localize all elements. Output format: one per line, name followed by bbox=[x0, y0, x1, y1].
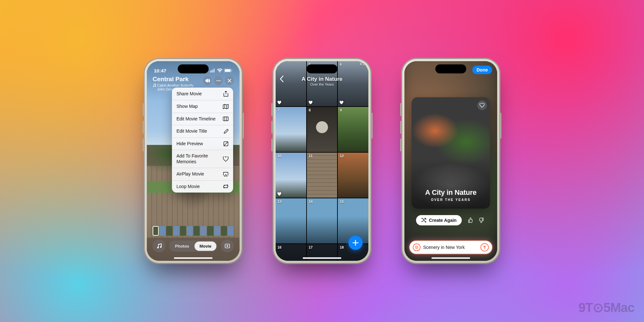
done-button[interactable]: Done bbox=[472, 66, 492, 74]
menu-add-favorite[interactable]: Add To Favorite Memories bbox=[172, 150, 233, 168]
cellular-icon bbox=[210, 69, 215, 72]
svg-point-3 bbox=[216, 80, 217, 81]
timeline-thumb[interactable] bbox=[207, 226, 213, 236]
timeline-thumb[interactable] bbox=[159, 226, 166, 236]
timeline-thumb[interactable] bbox=[214, 226, 220, 236]
photo-index: 18 bbox=[340, 245, 344, 249]
thumbs-down-icon bbox=[478, 217, 484, 223]
plus-icon bbox=[352, 239, 359, 246]
submit-button[interactable] bbox=[480, 243, 489, 251]
photo-index: 11 bbox=[309, 154, 313, 158]
battery-icon bbox=[224, 69, 232, 72]
home-indicator[interactable] bbox=[174, 257, 213, 259]
svg-rect-2 bbox=[232, 70, 232, 71]
share-button[interactable] bbox=[221, 240, 234, 252]
now-playing-song[interactable]: Catch Another Butterfly bbox=[153, 83, 203, 87]
mute-button[interactable] bbox=[203, 76, 212, 85]
timeline-thumb[interactable] bbox=[221, 226, 227, 236]
add-photos-button[interactable] bbox=[348, 236, 363, 250]
photo-cell[interactable]: 12 bbox=[338, 153, 368, 198]
memory-context-menu: Share Movie Show Map Edit Movie Timeline… bbox=[172, 88, 233, 193]
chevron-left-icon bbox=[279, 75, 284, 82]
screen: Done A City in Nature OVER THE YEARS Cre… bbox=[404, 61, 497, 261]
ellipsis-icon bbox=[216, 78, 221, 83]
close-button[interactable] bbox=[225, 76, 234, 85]
timeline-thumb[interactable] bbox=[166, 226, 172, 236]
memory-card-subtitle: OVER THE YEARS bbox=[412, 198, 490, 202]
photo-cell[interactable]: 60:16 bbox=[338, 61, 368, 106]
menu-edit-timeline[interactable]: Edit Movie Timeline bbox=[172, 113, 233, 126]
segment-movie[interactable]: Movie bbox=[194, 242, 217, 251]
phone-create-memory: Done A City in Nature OVER THE YEARS Cre… bbox=[401, 58, 500, 264]
phone-memory-movie: 10:47 Central Park Catch Another Butterf… bbox=[144, 58, 243, 264]
photo-cell[interactable]: 8 bbox=[307, 107, 337, 152]
photo-index: 9 bbox=[340, 108, 342, 112]
photo-cell[interactable]: 10 bbox=[276, 153, 306, 198]
timeline-thumb[interactable] bbox=[153, 226, 159, 236]
home-indicator[interactable] bbox=[431, 257, 470, 259]
speaker-icon bbox=[205, 78, 210, 83]
feedback-buttons bbox=[466, 216, 486, 224]
svg-point-10 bbox=[416, 247, 417, 248]
thumbs-up-icon bbox=[468, 217, 473, 223]
photo-grid[interactable]: 4560:16789101112131415161718 bbox=[276, 61, 368, 261]
photo-cell[interactable]: 13 bbox=[276, 198, 306, 243]
memory-timeline[interactable] bbox=[153, 226, 234, 236]
memory-preview-card[interactable]: A City in Nature OVER THE YEARS bbox=[412, 97, 490, 209]
photo-cell[interactable]: 4 bbox=[276, 61, 306, 106]
svg-point-4 bbox=[218, 80, 219, 81]
share-icon bbox=[223, 91, 229, 97]
timeline-thumb[interactable] bbox=[194, 226, 200, 236]
photo-cell[interactable]: 11 bbox=[307, 153, 337, 198]
thumbs-up-button[interactable] bbox=[466, 216, 475, 224]
photo-index: 4 bbox=[278, 62, 279, 66]
back-button[interactable] bbox=[279, 75, 284, 82]
menu-hide-preview[interactable]: Hide Preview bbox=[172, 138, 233, 150]
heart-filled-icon bbox=[277, 101, 281, 105]
watermark: 9T⊙5Mac bbox=[578, 300, 634, 315]
photo-index: 16 bbox=[278, 245, 281, 249]
photo-cell[interactable]: 7 bbox=[276, 107, 306, 152]
photo-index: 10 bbox=[278, 154, 281, 158]
timeline-thumb[interactable] bbox=[180, 226, 186, 236]
favorite-badge bbox=[308, 101, 313, 105]
create-again-button[interactable]: Create Again bbox=[416, 215, 462, 225]
timeline-thumb[interactable] bbox=[228, 226, 234, 236]
timeline-thumb[interactable] bbox=[187, 226, 193, 236]
menu-share-movie[interactable]: Share Movie bbox=[172, 88, 233, 100]
close-icon bbox=[227, 79, 232, 83]
photo-cell[interactable]: 9 bbox=[338, 107, 368, 152]
heart-filled-icon bbox=[308, 101, 313, 105]
photo-cell[interactable]: 14 bbox=[307, 198, 337, 243]
hide-icon bbox=[223, 141, 229, 147]
photo-cell[interactable]: 16 bbox=[276, 244, 306, 261]
home-indicator[interactable] bbox=[303, 257, 341, 259]
video-duration: 0:16 bbox=[360, 62, 366, 66]
favorite-badge bbox=[277, 192, 281, 196]
photo-index: 14 bbox=[309, 200, 313, 204]
memory-card-title-block: A City in Nature OVER THE YEARS bbox=[412, 188, 490, 202]
status-time: 10:47 bbox=[154, 68, 166, 73]
favorite-badge bbox=[339, 101, 344, 105]
more-button[interactable] bbox=[214, 76, 223, 85]
favorite-button[interactable] bbox=[477, 100, 487, 110]
photo-index: 15 bbox=[340, 200, 344, 204]
menu-airplay[interactable]: AirPlay Movie bbox=[172, 168, 233, 181]
memory-bottom-bar: Photos Movie bbox=[153, 240, 234, 252]
thumbs-down-button[interactable] bbox=[477, 216, 486, 224]
prompt-input-bar[interactable]: Scenery in New York bbox=[410, 241, 492, 254]
menu-edit-title[interactable]: Edit Movie Title bbox=[172, 125, 233, 138]
timeline-thumb[interactable] bbox=[200, 226, 206, 236]
menu-loop[interactable]: Loop Movie bbox=[172, 181, 233, 193]
photo-index: 13 bbox=[278, 200, 281, 204]
wifi-icon bbox=[217, 69, 223, 72]
airplay-icon bbox=[223, 172, 229, 176]
segment-photos[interactable]: Photos bbox=[170, 242, 194, 251]
heart-filled-icon bbox=[339, 101, 344, 105]
timeline-thumb[interactable] bbox=[173, 226, 179, 236]
intelligence-icon bbox=[413, 243, 421, 251]
timeline-icon bbox=[223, 117, 229, 121]
music-button[interactable] bbox=[153, 240, 166, 252]
menu-show-map[interactable]: Show Map bbox=[172, 100, 233, 113]
prompt-text[interactable]: Scenery in New York bbox=[423, 245, 480, 250]
